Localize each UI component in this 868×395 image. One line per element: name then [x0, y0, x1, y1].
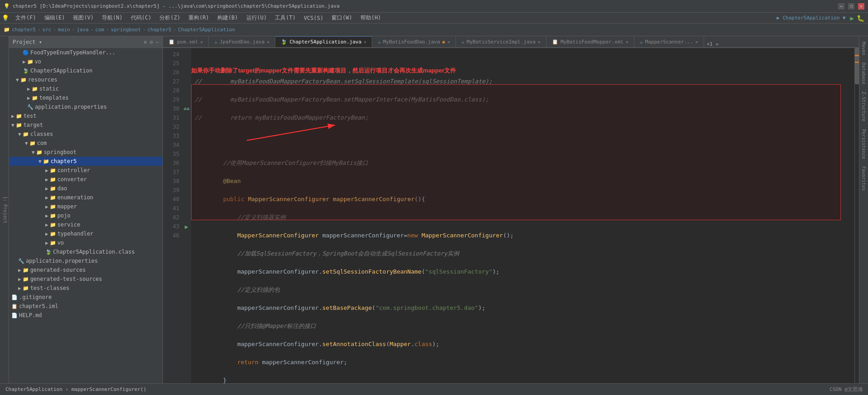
- nav-springboot[interactable]: springboot: [111, 27, 141, 33]
- menu-analyze[interactable]: 分析(Z): [156, 13, 184, 23]
- menu-file[interactable]: 文件(F): [12, 13, 40, 23]
- tree-item-chapter5app[interactable]: 🍃 Chapter5Application: [9, 66, 163, 75]
- tree-item-target[interactable]: ▼ 📁 target: [9, 120, 163, 130]
- tree-item-com[interactable]: ▼ 📁 com: [9, 139, 163, 148]
- menu-view[interactable]: 视图(V): [69, 13, 97, 23]
- tree-item-gen-test-sources[interactable]: ▶ 📁 generated-test-sources: [9, 275, 163, 284]
- tab-pom-xml[interactable]: 📋 pom.xml ✕: [163, 36, 209, 47]
- props2-icon: 🔧: [18, 258, 24, 264]
- tree-item-springboot[interactable]: ▼ 📁 springboot: [9, 148, 163, 157]
- menu-help[interactable]: 帮助(H): [357, 13, 385, 23]
- tab-mybatis-service[interactable]: ☕ MyBatisServiceImpl.java ✕: [456, 36, 547, 47]
- tab-chapter5app[interactable]: 🍃 Chapter5Application.java ✕: [275, 36, 372, 47]
- minimize-button[interactable]: —: [838, 3, 844, 10]
- tree-item-static[interactable]: ▶ 📁 static: [9, 84, 163, 93]
- tree-item-application-props[interactable]: 🔧 application.properties: [9, 102, 163, 111]
- tree-item-chapter5appclass[interactable]: 🍃 Chapter5Application.class: [9, 247, 163, 256]
- run-icon[interactable]: ▶: [185, 223, 188, 230]
- tab-pom-close[interactable]: ✕: [200, 39, 203, 44]
- nav-main[interactable]: main: [58, 27, 70, 33]
- menu-window[interactable]: 窗口(W): [328, 13, 356, 23]
- run-button[interactable]: ▶: [850, 14, 854, 22]
- tree-item-classes[interactable]: ▼ 📁 classes: [9, 130, 163, 139]
- tab-mybatis-mapper-xml[interactable]: 📋 MyBatisFoodMapper.xml ✕: [547, 36, 634, 47]
- tree-item-chapter5iml[interactable]: 📋 chapter5.iml: [9, 302, 163, 311]
- tree-item-typehandler[interactable]: ▶ 📁 typehandler: [9, 229, 163, 238]
- run-config[interactable]: ▶ Chapter5Application ▼: [777, 15, 845, 21]
- project-tree: 🔵 FoodTypeEnumTypeHandler... ▶ 📁 vo 🍃 Ch…: [9, 48, 163, 383]
- tree-item-test[interactable]: ▶ 📁 test: [9, 111, 163, 120]
- tree-item-controller[interactable]: ▶ 📁 controller: [9, 166, 163, 175]
- tree-item-converter[interactable]: ▶ 📁 converter: [9, 175, 163, 184]
- code-line-34: //加载SqlSessionFactory，SpringBoot会自动生成Sql…: [195, 250, 459, 257]
- tab-jpa-food-dao[interactable]: ☕ JpaFoodDao.java ✕: [209, 36, 275, 47]
- tree-item-test-classes[interactable]: ▶ 📁 test-classes: [9, 284, 163, 293]
- menu-code[interactable]: 代码(C): [127, 13, 155, 23]
- maven-label[interactable]: Maven: [860, 38, 867, 59]
- tree-item-dao[interactable]: ▶ 📁 dao: [9, 184, 163, 193]
- templates-folder-icon: 📁: [32, 95, 38, 101]
- code-content[interactable]: 如果你手动删除了target的mapper文件需要先重新构建项目，然后运行项目才…: [191, 48, 854, 383]
- tab-mapper-scanner-close[interactable]: ✕: [695, 39, 698, 44]
- restore-button[interactable]: ❐: [848, 3, 854, 10]
- tab-mapper-xml-close[interactable]: ✕: [626, 39, 628, 44]
- tab-mybatis-food-close[interactable]: ✕: [447, 39, 450, 44]
- nav-src[interactable]: src: [43, 27, 52, 33]
- pojo-folder-icon: 📁: [50, 213, 56, 219]
- red-annotation: 如果你手动删除了target的mapper文件需要先重新构建项目，然后运行项目才…: [191, 66, 456, 75]
- persistence-label[interactable]: Persistence: [860, 125, 867, 163]
- tab-mapper-scanner[interactable]: ☕ MapperScanner... ✕: [634, 36, 704, 47]
- debug-button[interactable]: 🐛: [857, 14, 864, 22]
- tree-item-mapper[interactable]: ▶ 📁 mapper: [9, 202, 163, 211]
- tree-item-foodtypeenum[interactable]: 🔵 FoodTypeEnumTypeHandler...: [9, 48, 163, 57]
- tree-item-gen-sources[interactable]: ▶ 📁 generated-sources: [9, 265, 163, 275]
- menu-run[interactable]: 运行(U): [243, 13, 271, 23]
- menu-build[interactable]: 构建(B): [214, 13, 242, 23]
- test-classes-icon: 📁: [23, 285, 29, 291]
- tree-item-service[interactable]: ▶ 📁 service: [9, 220, 163, 229]
- tree-item-vo-sub[interactable]: ▶ 📁 vo: [9, 57, 163, 66]
- z-structure-label[interactable]: Z-Structure: [860, 88, 867, 125]
- menu-vcs[interactable]: VCS(S): [300, 14, 327, 22]
- typehandler-folder-icon: 📁: [50, 231, 56, 237]
- tab-mybatis-food-dao[interactable]: ☕ MyBatisFoodDao.java ● ✕: [372, 36, 456, 47]
- tree-item-helpmd[interactable]: 📄 HELP.md: [9, 311, 163, 320]
- nav-java[interactable]: java: [77, 27, 89, 33]
- locate-icon[interactable]: ⊕: [144, 39, 147, 45]
- nav-class[interactable]: Chapter5Application: [178, 27, 235, 33]
- scroll-thumb[interactable]: [855, 48, 859, 84]
- editor-scrollbar[interactable]: [854, 48, 859, 383]
- more-tabs-button[interactable]: +1 »: [704, 41, 722, 47]
- database-label[interactable]: Database: [860, 59, 867, 88]
- close-button[interactable]: ✕: [858, 3, 864, 10]
- tree-item-chapter5-selected[interactable]: ▼ 📁 chapter5: [9, 157, 163, 166]
- titlebar: 💡 chapter5 [D:\IdeaProjects\springboot2.…: [0, 0, 868, 13]
- nav-chapter5-sub[interactable]: chapter5: [148, 27, 172, 33]
- tree-item-gitignore[interactable]: 📄 .gitignore: [9, 293, 163, 302]
- menu-refactor[interactable]: 重构(R): [185, 13, 213, 23]
- editor-tabs: 📋 pom.xml ✕ ☕ JpaFoodDao.java ✕ 🍃 Chapte…: [163, 36, 859, 48]
- static-folder-icon: 📁: [32, 86, 38, 92]
- nav-com[interactable]: com: [95, 27, 104, 33]
- tree-item-enumeration[interactable]: ▶ 📁 enumeration: [9, 193, 163, 202]
- code-line-38: //只扫描@Mapper标注的接口: [195, 323, 316, 329]
- test-folder-icon: 📁: [16, 113, 22, 119]
- tree-item-templates[interactable]: ▶ 📁 templates: [9, 93, 163, 102]
- gear-icon[interactable]: ⚙: [150, 39, 153, 45]
- favorites-label[interactable]: Favorites: [860, 163, 867, 194]
- collapse-icon[interactable]: —: [156, 39, 159, 45]
- tab-jpa-close[interactable]: ✕: [267, 39, 269, 44]
- tab-chapter5-close[interactable]: ✕: [364, 39, 366, 44]
- project-label[interactable]: 1: Project: [2, 193, 9, 227]
- tree-item-pojo[interactable]: ▶ 📁 pojo: [9, 211, 163, 220]
- service-folder-icon: 📁: [50, 222, 56, 228]
- menu-edit[interactable]: 编辑(E): [41, 13, 69, 23]
- tree-item-vo[interactable]: ▶ 📁 vo: [9, 238, 163, 247]
- tab-mybatis-service-close[interactable]: ✕: [538, 39, 541, 44]
- titlebar-controls: — ❐ ✕: [838, 3, 864, 10]
- menu-navigate[interactable]: 导航(N): [98, 13, 126, 23]
- tree-item-resources[interactable]: ▼ 📁 resources: [9, 75, 163, 84]
- nav-chapter5[interactable]: chapter5: [12, 27, 36, 33]
- menu-tools[interactable]: 工具(T): [271, 13, 299, 23]
- tree-item-app-props2[interactable]: 🔧 application.properties: [9, 256, 163, 265]
